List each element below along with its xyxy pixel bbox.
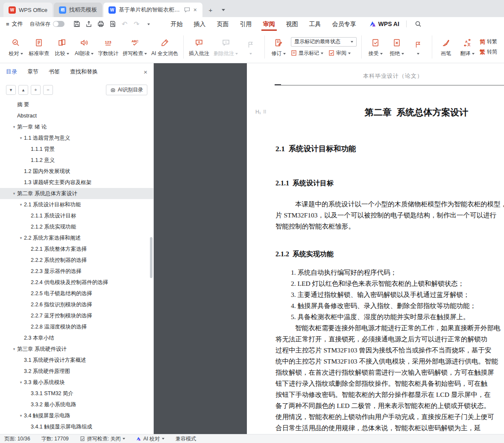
toc-item[interactable]: 3.1 系统硬件设计方案概述 (0, 355, 153, 366)
toc-item[interactable]: 2.3 本章小结 (0, 332, 153, 343)
section-heading-2-1[interactable]: 2.1 系统设计目标和功能 (275, 144, 356, 154)
doc-line[interactable]: 使用情况，智能衣柜的上锁动作由用户手动完成，直接按压柜子门关上便可 (275, 411, 501, 422)
tab-docer-template[interactable]: 稻 找稻壳模板 (54, 3, 102, 17)
toc-item[interactable]: 2.2.6 指纹识别模块的选择 (0, 299, 153, 310)
status-ai-proof[interactable]: AI 校对 (136, 435, 164, 443)
toc-item[interactable]: 2.2.5 电子锁匙结构的选择 (0, 288, 153, 299)
markup-state-select[interactable]: 显示标记的最终状态 (291, 37, 357, 47)
drag-handle-icon[interactable]: ⠿ (263, 109, 266, 115)
toc-expand-arrow-icon[interactable]: ▾ (18, 136, 24, 140)
save-icon[interactable] (71, 19, 82, 29)
section-heading-2-1-2[interactable]: 2.1.2 系统实现功能 (275, 250, 334, 259)
toc-item[interactable]: ▾2.2 系统方案选择和阐述 (0, 232, 153, 244)
doc-line[interactable]: 统中的主控芯片 STM32F103 不接入供电模块，采用外部电源进行供电。智能 (275, 356, 501, 367)
ai-recognize-toc-button[interactable]: AI识别目录 (106, 85, 147, 95)
toc-item[interactable]: 2.2.1 系统整体方案选择 (0, 244, 153, 255)
autosave-toggle[interactable] (53, 21, 64, 27)
toc-expand-arrow-icon[interactable]: ▾ (18, 236, 24, 240)
word-count-button[interactable]: 123 字数统计 (96, 36, 120, 58)
toc-expand-arrow-icon[interactable]: ▾ (11, 125, 17, 129)
doc-line[interactable]: 过程中主控芯片 STM32F103 曾因为接线不恰当或操作不当而烧坏，基于安 (275, 345, 501, 356)
ai-read-button[interactable]: AI朗读 (73, 36, 96, 58)
toc-expand-arrow-icon[interactable]: ▾ (18, 380, 24, 384)
toc-item[interactable]: 2.2.3 显示器件的选择 (0, 266, 153, 277)
toc-item[interactable]: 3.3.1 STM32 简介 (0, 388, 153, 399)
toc-item[interactable]: 3.3.2 最小系统电路 (0, 399, 153, 410)
sidebar-close-icon[interactable]: × (144, 68, 147, 76)
menu-tab-会员专享[interactable]: 会员专享 (327, 17, 362, 31)
compare-button[interactable]: 比较 (51, 36, 73, 58)
tab-wps-office[interactable]: W WPS Office (3, 3, 53, 17)
menu-tab-视图[interactable]: 视图 (281, 17, 304, 31)
doc-line[interactable]: 本课题中的系统设计以一个小型的木质储物柜模型作为智能衣柜的模型，选 (275, 199, 504, 210)
comment-bubble-icon[interactable] (184, 7, 190, 13)
menu-tab-页面[interactable]: 页面 (211, 17, 234, 31)
toc-item[interactable]: ▾第一章 绪 论 (0, 121, 153, 132)
toc-item[interactable]: 2.2.8 温湿度模块的选择 (0, 321, 153, 332)
status-page[interactable]: 页面: 10/36 (4, 435, 30, 443)
sidebar-tab-chapters[interactable]: 章节 (27, 68, 38, 76)
sidebar-tab-find-replace[interactable]: 查找和替换 (70, 68, 98, 76)
accept-button[interactable]: 接受 (365, 36, 386, 58)
toc-item[interactable]: 3.4.1 触摸显示屏电路组成 (0, 421, 153, 432)
expand-all-button[interactable]: ▴ (18, 85, 28, 95)
doc-feature-list[interactable]: 1. 系统自动执行编写好的程序代码；2. LED 灯以红色和绿色来表示智能衣柜的… (291, 267, 476, 323)
autosave-control[interactable]: 自动保存 (30, 21, 64, 28)
heading-level-marker[interactable]: H₁ ⠿ (255, 109, 266, 115)
toc-item[interactable]: 1.1.2 意义 (0, 155, 153, 166)
menu-tab-工具[interactable]: 工具 (304, 17, 327, 31)
ai-polish-button[interactable]: AI 全文润色 (149, 36, 180, 58)
doc-line[interactable]: 片 STM32F103，以及一个可以被控制的电子锁匙结构，制作出一个可以进行 (275, 210, 504, 221)
proofread-button[interactable]: 校对 (5, 36, 26, 58)
file-menu-button[interactable]: ≡ 文件 (6, 20, 23, 28)
show-markup-button[interactable]: 显示标记 (291, 50, 323, 57)
toc-expand-arrow-icon[interactable]: ▾ (11, 347, 17, 351)
tab-document[interactable]: W 基于单片机的智能衣柜控制 × (103, 3, 202, 17)
document-page[interactable]: 本科毕业设计（论文） H₁ ⠿ 第二章 系统总体方案设计 2.1 系统设计目标和… (247, 63, 504, 434)
review-mode-button[interactable]: 审阅 (328, 50, 351, 57)
status-compat-mode[interactable]: 兼容模式 (176, 435, 196, 443)
toc-item[interactable]: 2.1.2 系统实现功能 (0, 221, 153, 232)
reject-button[interactable]: 拒绝 (386, 36, 407, 58)
toc-item[interactable]: 1.3 课题研究主要内容及框架 (0, 177, 153, 188)
doc-line[interactable]: 3. 主要通过指纹解锁、输入密码解锁以及手机通过蓝牙解锁； (291, 289, 476, 300)
search-icon[interactable] (413, 19, 424, 29)
document-canvas[interactable]: 本科毕业设计（论文） H₁ ⠿ 第二章 系统总体方案设计 2.1 系统设计目标和… (154, 63, 504, 434)
doc-line[interactable]: 将无法正常打开，直接锁死，必须接通电源之后方可以进行正常的解锁功 (275, 334, 501, 345)
toc-expand-arrow-icon[interactable]: ▾ (11, 191, 17, 196)
toc-item[interactable]: 2.2.2 系统控制器的选择 (0, 255, 153, 266)
simplified-to-traditional-button[interactable]: 简 转繁 (480, 38, 497, 46)
toc-item[interactable]: ▾第三章 系统硬件设计 (0, 343, 153, 355)
menu-tab-插入[interactable]: 插入 (188, 17, 211, 31)
zoom-in-button[interactable]: + (31, 85, 41, 95)
menu-tab-审阅[interactable]: 审阅 (258, 17, 281, 31)
doc-line[interactable]: 备了两种不同颜色的 LED 二极管，用来表示智能衣柜的上锁或开锁状态。 (275, 400, 501, 411)
menu-tab-开始[interactable]: 开始 (165, 17, 188, 31)
wps-ai-button[interactable]: WPS AI (369, 21, 399, 27)
chapter-title[interactable]: 第二章 系统总体方案设计 (275, 106, 504, 118)
toolbar-more-chevron-icon[interactable] (143, 19, 154, 29)
translate-button[interactable]: A 文 翻译 (457, 36, 478, 58)
doc-line[interactable]: 4. 触摸屏具备修改密码、录入指纹、删除全部指纹等功能功能； (291, 300, 476, 311)
toc-item[interactable]: ▾3.3 最小系统模块 (0, 377, 153, 388)
toc-item[interactable]: 1.2 国内外发展现状 (0, 166, 153, 177)
toc-expand-arrow-icon[interactable]: ▾ (18, 414, 24, 418)
toc-item[interactable]: 2.2.4 供电模块及控制器件的选择 (0, 277, 153, 288)
ribbon-partial-button[interactable] (501, 38, 504, 56)
doc-line[interactable]: 按钮下手动修改密码。智能衣柜的大部分操作都显示在 LCD 显示屏中，在 (275, 389, 501, 400)
doc-line[interactable]: 智能控制的智能衣柜雏形。 (275, 221, 504, 232)
doc-line[interactable]: 1. 系统自动执行编写好的程序代码； (291, 267, 476, 278)
doc-paragraph-2[interactable]: 智能衣柜需要连接外部电源才能进行正常的工作，如果直接断开外部电将无法正常打开，直… (275, 323, 501, 434)
toc-item[interactable]: ▾2.1 系统设计目标和功能 (0, 199, 153, 210)
print-preview-icon[interactable] (107, 19, 118, 29)
export-icon[interactable] (83, 19, 94, 29)
doc-line[interactable]: 5. 具备检测衣柜中温度、湿度的功能并实时显示在触摸屏上。 (291, 311, 476, 323)
tab-list-chevron-icon[interactable] (218, 4, 229, 15)
print-icon[interactable] (95, 19, 106, 29)
sidebar-scrollbar[interactable] (150, 237, 152, 278)
track-changes-button[interactable]: 修订 (268, 36, 289, 58)
toc-item[interactable]: ▾第二章 系统总体方案设计 (0, 188, 153, 199)
toc-item[interactable]: Abstract (0, 110, 153, 121)
spell-check-button[interactable]: ABC 拼写检查 (120, 36, 149, 58)
doc-paragraph-1[interactable]: 本课题中的系统设计以一个小型的木质储物柜模型作为智能衣柜的模型，选片 STM32… (275, 199, 504, 232)
